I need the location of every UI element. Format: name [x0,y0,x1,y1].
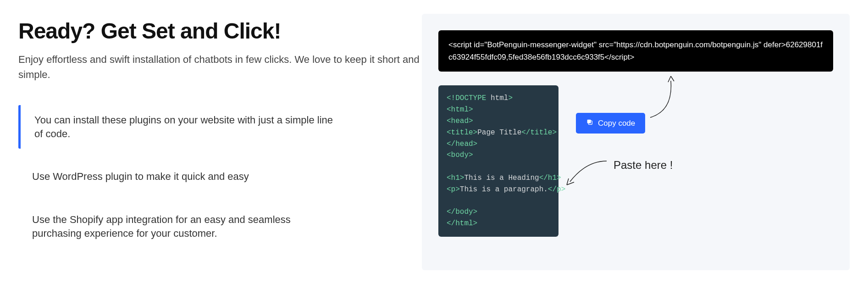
left-content: Ready? Get Set and Click! Enjoy effortle… [18,14,422,270]
code-token: Page Title [477,128,521,137]
arrow-up-icon [646,74,682,120]
html-template-block: <!DOCTYPE html> <html> <head> <title>Pag… [438,85,558,237]
feature-item-code-install[interactable]: You can install these plugins on your we… [18,105,339,149]
copy-code-button[interactable]: Copy code [576,113,645,134]
code-token: This is a Heading [464,174,539,182]
page-subtitle: Enjoy effortless and swift installation … [18,52,422,82]
script-snippet-block: <script id="BotPenguin-messenger-widget"… [438,30,833,72]
code-token: </html> [447,219,477,228]
code-token: <h1> [447,174,464,182]
code-token: <!DOCTYPE [447,94,486,102]
paste-here-label: Paste here ! [614,159,673,172]
feature-list: You can install these plugins on your we… [18,105,422,248]
code-token: </head> [447,140,477,148]
code-token: This is a paragraph. [460,185,548,194]
code-token: html [486,94,508,102]
code-token: <p> [447,185,460,194]
code-token: </body> [447,208,477,216]
code-token: > [508,94,513,102]
code-token: <head> [447,117,473,125]
bottom-row: <!DOCTYPE html> <html> <head> <title>Pag… [438,85,833,237]
code-token: <body> [447,151,473,159]
svg-rect-1 [587,120,591,123]
code-token: <html> [447,106,473,114]
copy-icon [586,118,593,128]
feature-item-shopify[interactable]: Use the Shopify app integration for an e… [18,205,339,248]
code-token: </h1> [539,174,561,182]
page-title: Ready? Get Set and Click! [18,18,422,44]
code-token: </title> [521,128,557,137]
feature-item-wordpress[interactable]: Use WordPress plugin to make it quick an… [18,161,339,192]
arrow-down-icon [563,156,609,189]
code-token: <title> [447,128,477,137]
copy-code-label: Copy code [598,119,635,128]
right-side-controls: Copy code Paste here ! [558,85,833,195]
code-preview-panel: <script id="BotPenguin-messenger-widget"… [422,14,850,270]
